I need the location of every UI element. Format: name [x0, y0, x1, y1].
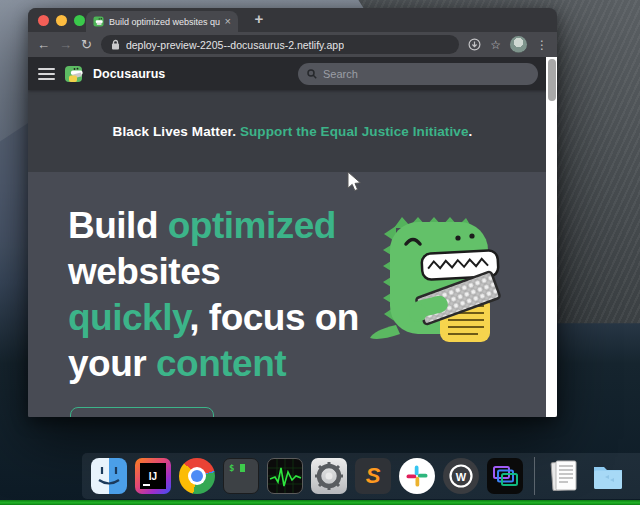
mouse-cursor: [346, 171, 362, 193]
site-brand[interactable]: Docusaurus: [93, 67, 165, 81]
terminal-dock-icon[interactable]: $: [223, 458, 259, 494]
browser-tab[interactable]: Build optimized websites quick ×: [86, 11, 238, 32]
search-input[interactable]: [323, 68, 529, 80]
url-text: deploy-preview-2205--docusaurus-2.netlif…: [126, 39, 344, 51]
page-action-icon[interactable]: [468, 38, 481, 51]
search-box[interactable]: [298, 63, 538, 85]
browser-window: Build optimized websites quick × + ← → ↻…: [28, 8, 557, 417]
hero-title-segment: quickly: [68, 297, 189, 338]
overlapping-screens-icon: [489, 460, 521, 492]
window-controls: [38, 15, 85, 26]
search-icon: [307, 69, 317, 79]
hero-title-segment: Build: [68, 205, 168, 246]
browser-toolbar: ← → ↻ deploy-preview-2205--docusaurus-2.…: [28, 32, 557, 57]
workplace-dock-icon[interactable]: W: [443, 458, 479, 494]
address-bar[interactable]: deploy-preview-2205--docusaurus-2.netlif…: [101, 35, 459, 54]
new-tab-button[interactable]: +: [250, 10, 268, 27]
terminal-prompt-icon: $: [229, 463, 240, 473]
system-preferences-dock-icon[interactable]: [311, 458, 347, 494]
intellij-ij-logo-icon: IJ: [140, 463, 166, 489]
dock-divider: [534, 457, 535, 495]
downloads-folder-dock-icon[interactable]: [590, 458, 626, 494]
tab-title: Build optimized websites quick: [109, 17, 220, 27]
secure-lock-icon: [111, 39, 120, 50]
hero-title-segment: websites: [68, 251, 220, 292]
activity-monitor-dock-icon[interactable]: [267, 458, 303, 494]
sublime-text-dock-icon[interactable]: S: [355, 458, 391, 494]
document-stack-icon: [546, 458, 582, 494]
blue-folder-icon: [590, 458, 626, 494]
docusaurus-favicon-icon: [93, 16, 104, 27]
docusaurus-logo-icon[interactable]: [64, 64, 84, 84]
hero-section: Build optimized websites quickly, focus …: [28, 172, 557, 417]
browser-tabstrip: Build optimized websites quick × +: [28, 8, 557, 32]
docusaurus-mascot-illustration: [366, 210, 506, 345]
forward-icon[interactable]: →: [59, 38, 72, 51]
sublime-s-logo-icon: S: [366, 463, 381, 489]
site-navbar: Docusaurus: [28, 57, 557, 90]
close-window-button[interactable]: [38, 15, 49, 26]
workplace-w-icon: W: [447, 462, 475, 490]
chrome-dock-icon[interactable]: [179, 458, 215, 494]
hamburger-menu-icon[interactable]: [38, 68, 55, 80]
banner-link[interactable]: Support the Equal Justice Initiative: [236, 124, 469, 139]
hero-title: Build optimized websites quickly, focus …: [68, 203, 359, 387]
ekg-graph-icon: [268, 459, 302, 493]
announcement-banner: Black Lives Matter. Support the Equal Ju…: [28, 90, 557, 172]
zoom-window-button[interactable]: [74, 15, 85, 26]
banner-text: Black Lives Matter. Support the Equal Ju…: [113, 124, 473, 139]
back-icon[interactable]: ←: [37, 38, 50, 51]
hero-title-segment: content: [156, 343, 286, 384]
browser-menu-icon[interactable]: ⋮: [536, 39, 548, 51]
finder-face-icon: [91, 458, 127, 494]
reload-icon[interactable]: ↻: [81, 38, 92, 51]
minimize-window-button[interactable]: [56, 15, 67, 26]
hero-cta-button[interactable]: [70, 407, 214, 417]
intellij-idea-dock-icon[interactable]: IJ: [135, 458, 171, 494]
slack-dock-icon[interactable]: [399, 458, 435, 494]
svg-text:W: W: [456, 471, 467, 483]
banner-suffix: .: [469, 124, 473, 139]
page-viewport: Docusaurus Black Lives Matter. Support t…: [28, 57, 557, 417]
slack-logo-icon: [405, 464, 429, 488]
desktop: Build optimized websites quick × + ← → ↻…: [0, 0, 640, 505]
gear-icon: [314, 461, 344, 491]
profile-avatar[interactable]: [510, 36, 527, 53]
hero-title-segment: optimized: [168, 205, 336, 246]
banner-bold-text: Black Lives Matter.: [113, 124, 236, 139]
finder-dock-icon[interactable]: [91, 458, 127, 494]
dock: IJ $: [82, 453, 640, 499]
page-scrollbar[interactable]: [546, 57, 557, 417]
tab-close-icon[interactable]: ×: [225, 16, 231, 27]
documents-stack-dock-icon[interactable]: [546, 458, 582, 494]
screen-recording-indicator-line: [0, 500, 640, 505]
hero-title-segment: your: [68, 343, 156, 384]
bookmark-star-icon[interactable]: ☆: [490, 39, 501, 51]
screens-app-dock-icon[interactable]: [487, 458, 523, 494]
scrollbar-thumb[interactable]: [548, 59, 556, 101]
hero-title-segment: , focus on: [189, 297, 359, 338]
